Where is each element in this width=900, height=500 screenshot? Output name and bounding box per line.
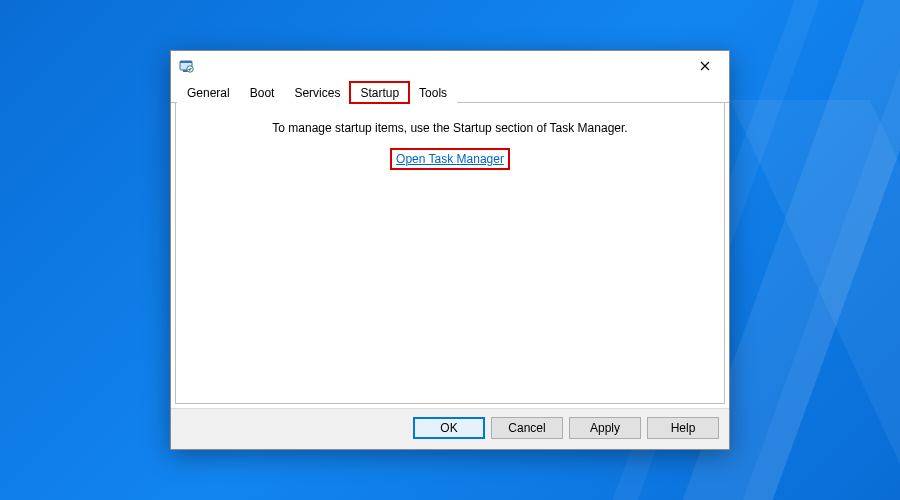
open-task-manager-link[interactable]: Open Task Manager — [393, 151, 507, 167]
tab-label: Tools — [419, 86, 447, 100]
apply-button[interactable]: Apply — [569, 417, 641, 439]
tab-label: Services — [294, 86, 340, 100]
startup-tab-panel: To manage startup items, use the Startup… — [175, 103, 725, 404]
tab-label: Startup — [360, 86, 399, 100]
ok-button[interactable]: OK — [413, 417, 485, 439]
close-button[interactable] — [685, 53, 725, 79]
close-icon — [700, 61, 710, 71]
msconfig-window: General Boot Services Startup Tools To m… — [170, 50, 730, 450]
tab-strip: General Boot Services Startup Tools — [171, 81, 729, 103]
tab-services[interactable]: Services — [284, 82, 350, 103]
startup-info-text: To manage startup items, use the Startup… — [176, 121, 724, 135]
tab-boot[interactable]: Boot — [240, 82, 285, 103]
button-label: Cancel — [508, 421, 545, 435]
titlebar[interactable] — [171, 51, 729, 81]
svg-rect-1 — [180, 61, 192, 63]
button-label: Apply — [590, 421, 620, 435]
tab-tools[interactable]: Tools — [409, 82, 457, 103]
msconfig-icon — [179, 58, 195, 74]
link-label: Open Task Manager — [396, 152, 504, 166]
tab-startup[interactable]: Startup — [350, 82, 409, 103]
tab-label: Boot — [250, 86, 275, 100]
tab-label: General — [187, 86, 230, 100]
button-label: OK — [440, 421, 457, 435]
help-button[interactable]: Help — [647, 417, 719, 439]
desktop-background: General Boot Services Startup Tools To m… — [0, 0, 900, 500]
button-label: Help — [671, 421, 696, 435]
dialog-button-row: OK Cancel Apply Help — [171, 408, 729, 449]
tab-general[interactable]: General — [177, 82, 240, 103]
cancel-button[interactable]: Cancel — [491, 417, 563, 439]
